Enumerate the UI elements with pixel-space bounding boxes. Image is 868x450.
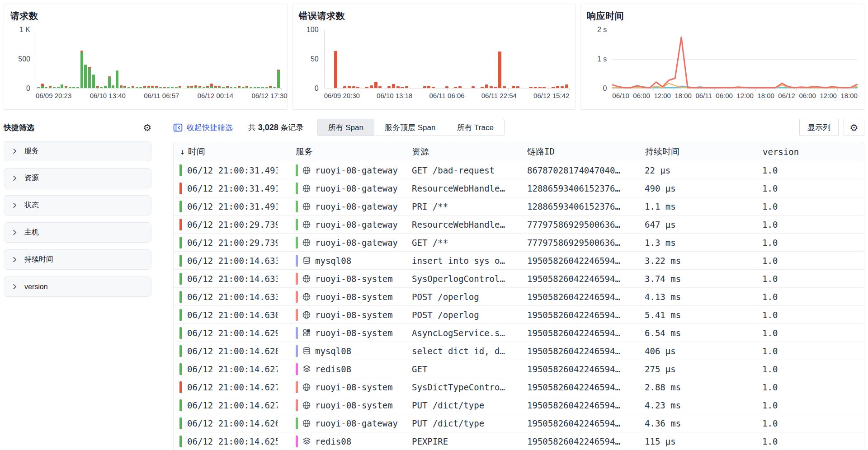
tab-service-top-spans[interactable]: 服务顶层 Span [374, 119, 446, 136]
bar-segment-ok [112, 85, 114, 88]
status-indicator-bar [179, 363, 182, 375]
bar [277, 70, 280, 88]
bar [41, 84, 44, 88]
axis-tick [159, 88, 159, 90]
status-indicator-bar [179, 345, 182, 357]
bar [112, 85, 114, 88]
column-header-time[interactable]: ↓ 时间 [174, 146, 292, 158]
table-row[interactable]: 06/12 21:00:31.491ruoyi-08-gatewayResour… [174, 179, 864, 197]
bar-segment [503, 86, 506, 88]
sidebar-filter-item-6[interactable]: version [4, 277, 151, 297]
service-color-bar [296, 399, 298, 411]
service-name: ruoyi-08-system [315, 292, 393, 302]
bar-segment-ok [104, 86, 107, 88]
table-row[interactable]: 06/12 21:00:14.627redis08GET195058260422… [174, 360, 864, 378]
table-row[interactable]: 06/12 21:00:14.630ruoyi-08-systemPOST /o… [174, 306, 864, 324]
sidebar-filter-item-4[interactable]: 主机 [4, 222, 151, 243]
bar [49, 86, 52, 88]
bar [516, 86, 519, 88]
x-tick-label: 06/10 13:40 [90, 92, 126, 99]
bar [132, 86, 134, 88]
column-header-duration: 持续时间 [642, 146, 760, 158]
bar [534, 87, 537, 88]
bar [65, 86, 67, 88]
bar [187, 86, 189, 88]
filter-item-label: 主机 [24, 228, 39, 237]
table-settings-button[interactable]: ⚙ [844, 119, 864, 136]
table-row[interactable]: 06/12 21:00:14.633ruoyi-08-systemPOST /o… [174, 288, 864, 306]
gear-icon[interactable]: ⚙ [143, 123, 151, 132]
bar [171, 87, 174, 88]
table-row[interactable]: 06/12 21:00:14.633ruoyi-08-systemSysOper… [174, 270, 864, 288]
table-row[interactable]: 06/12 21:00:14.627ruoyi-08-systemSysDict… [174, 378, 864, 396]
collapse-quick-filter-link[interactable]: 收起快捷筛选 [173, 122, 233, 133]
table-row[interactable]: 06/12 21:00:14.633mysql08insert into sys… [174, 252, 864, 270]
x-tick-label: 06/11 06:57 [144, 92, 179, 99]
bar-segment [534, 87, 537, 88]
bar-segment-ok [245, 87, 248, 89]
table-row[interactable]: 06/12 21:00:14.628mysql08select dict_id,… [174, 342, 864, 360]
sidebar-title: 快捷筛选 [4, 122, 34, 133]
table-row[interactable]: 06/12 21:00:14.627ruoyi-08-systemPUT /di… [174, 396, 864, 414]
sidebar-filter-item-2[interactable]: 资源 [4, 168, 151, 188]
bar-segment [454, 87, 457, 88]
table-row[interactable]: 06/12 21:00:14.626ruoyi-08-gatewayPUT /d… [174, 414, 864, 432]
layers-icon [302, 365, 311, 374]
cell-resource: ResourceWebHandle… [410, 183, 525, 193]
layers-icon [302, 437, 311, 446]
time-value: 06/12 21:00:14.626 [187, 418, 278, 428]
cell-service: ruoyi-08-system [292, 327, 410, 339]
table-row[interactable]: 06/12 21:00:29.739ruoyi-08-gatewayResour… [174, 216, 864, 234]
bar-segment-ok [175, 87, 178, 89]
tab-all-traces[interactable]: 所有 Trace [446, 119, 505, 136]
bar-segment-ok [198, 87, 201, 89]
bar [163, 87, 166, 89]
service-name: redis08 [315, 436, 351, 446]
bar [503, 86, 506, 88]
axis-tick [674, 89, 674, 91]
x-tick-label: 18:00 [675, 92, 692, 99]
service-name: ruoyi-08-gateway [315, 238, 398, 248]
sidebar-filter-item-3[interactable]: 状态 [4, 195, 151, 216]
time-value: 06/12 21:00:14.627 [187, 364, 278, 374]
globe-icon [302, 238, 311, 247]
bar-segment-ok [206, 87, 209, 89]
bar-segment-ok [155, 87, 158, 89]
cell-trace-id: 19505826042246594… [525, 400, 642, 410]
axis-tick [386, 88, 386, 90]
x-tick-label: 06/12 17:30 [251, 92, 287, 99]
service-name: ruoyi-08-gateway [315, 183, 398, 193]
bar-segment-ok [254, 87, 256, 89]
bar-segment [427, 86, 430, 88]
show-columns-button[interactable]: 显示列 [799, 119, 839, 136]
chevron-right-icon [11, 202, 18, 209]
table-row[interactable]: 06/12 21:00:14.625redis08PEXPIRE19505826… [174, 432, 864, 450]
bar [261, 87, 264, 89]
bar-segment-ok [222, 87, 225, 88]
table-row[interactable]: 06/12 21:00:31.491ruoyi-08-gatewayPRI /*… [174, 197, 864, 216]
axis-tick [776, 89, 776, 91]
cell-resource: GET /bad-request [410, 165, 525, 175]
table-row[interactable]: 06/12 21:00:31.493ruoyi-08-gatewayGET /b… [174, 161, 864, 179]
cell-duration: 2.88 ms [642, 382, 760, 392]
table-row[interactable]: 06/12 21:00:14.629ruoyi-08-systemAsyncLo… [174, 324, 864, 342]
service-name: ruoyi-08-gateway [315, 220, 398, 230]
tab-all-spans[interactable]: 所有 Span [317, 119, 374, 136]
bar-segment-ok [127, 87, 130, 89]
axis-tick [796, 89, 797, 91]
line-chart-svg [612, 30, 858, 89]
globe-icon [302, 166, 311, 175]
globe-icon [302, 220, 311, 229]
sidebar-filter-item-1[interactable]: 服务 [4, 141, 151, 161]
sidebar-filter-item-5[interactable]: 持续时间 [4, 249, 151, 270]
toolbar: 收起快捷筛选 共 3,028 条记录 所有 Span 服务顶层 Span 所有 … [173, 118, 864, 136]
service-color-bar [296, 363, 298, 375]
table-row[interactable]: 06/12 21:00:29.739ruoyi-08-gatewayGET /*… [174, 234, 864, 252]
service-color-bar [296, 183, 298, 194]
filter-item-label: 持续时间 [24, 255, 53, 264]
bar-segment [498, 52, 501, 88]
bar [454, 87, 457, 88]
cell-time: 06/12 21:00:29.739 [174, 237, 292, 248]
bar-segment-ok [273, 87, 276, 89]
bar-segment [343, 86, 346, 88]
